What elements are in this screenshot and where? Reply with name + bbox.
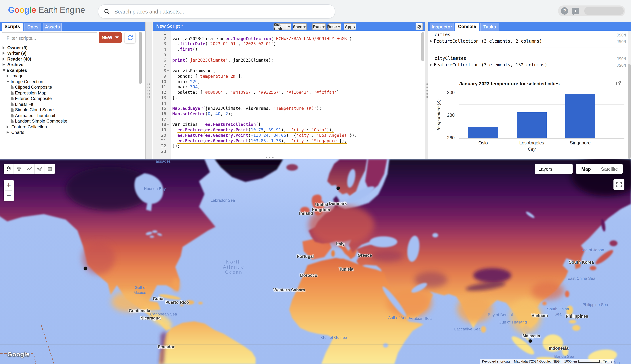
- code-line[interactable]: 9 bands: ['temperature_2m'],: [153, 74, 422, 79]
- code-line[interactable]: 6print('jan2023Climate', jan2023Climate)…: [153, 58, 422, 63]
- settings-button[interactable]: ⚙: [415, 23, 423, 30]
- editor-scrollbar[interactable]: [422, 32, 424, 61]
- tab-docs[interactable]: Docs: [25, 22, 41, 31]
- tree-item[interactable]: Feature Collection: [0, 124, 143, 130]
- code-line[interactable]: 22]);: [153, 144, 422, 149]
- tree-item[interactable]: Owner (9): [0, 45, 143, 50]
- tree-item[interactable]: Linear Fit: [0, 102, 143, 107]
- code-line[interactable]: 5: [153, 52, 422, 58]
- map-marker-singapore[interactable]: [529, 340, 532, 343]
- json-tag[interactable]: JSON: [606, 63, 626, 68]
- caret-right-icon[interactable]: [430, 40, 434, 43]
- tab-console[interactable]: Console: [455, 22, 479, 31]
- pan-hand-tool[interactable]: [4, 164, 14, 174]
- tree-item[interactable]: Reader (40): [0, 56, 143, 62]
- code-line[interactable]: 4 .first();: [153, 47, 422, 52]
- zoom-in-button[interactable]: +: [4, 180, 14, 190]
- code-line[interactable]: 11 max: 304,: [153, 84, 422, 90]
- code-line[interactable]: 10 min: 229,: [153, 79, 422, 84]
- tree-item[interactable]: Expression Map: [0, 90, 143, 96]
- refresh-button[interactable]: [124, 32, 135, 43]
- caret-right-icon[interactable]: [7, 126, 10, 128]
- divider-drag-handle[interactable]: [147, 82, 150, 98]
- code-line[interactable]: 7: [153, 63, 422, 68]
- apps-button[interactable]: Apps: [344, 23, 356, 30]
- caret-right-icon[interactable]: [3, 63, 6, 66]
- map-marker-oslo[interactable]: [336, 186, 340, 190]
- map-marker-los-angeles[interactable]: [84, 267, 87, 270]
- left-panel-scrollbar[interactable]: [139, 32, 142, 84]
- code-line[interactable]: 2var jan2023Climate = ee.ImageCollection…: [153, 36, 422, 41]
- tree-item[interactable]: Image Collection: [0, 79, 143, 84]
- tree-item[interactable]: Clipped Composite: [0, 84, 143, 90]
- tab-scripts[interactable]: Scripts: [2, 22, 23, 31]
- run-button[interactable]: Run: [312, 23, 321, 30]
- json-tag[interactable]: JSON: [606, 56, 626, 61]
- code-line[interactable]: 3 .filterDate('2023-01-01', '2023-02-01'…: [153, 42, 422, 47]
- code-line[interactable]: 15Map.addLayer(jan2023Climate, visParams…: [153, 106, 422, 111]
- help-icon[interactable]: ?: [561, 7, 568, 14]
- account-badge[interactable]: [584, 7, 624, 15]
- tree-item[interactable]: Charts: [0, 130, 143, 135]
- attribution-text[interactable]: 1000 km: [562, 359, 601, 364]
- code-line[interactable]: 23: [153, 149, 422, 154]
- marker-tool[interactable]: [14, 164, 24, 174]
- save-dropdown[interactable]: [302, 23, 307, 30]
- reset-button[interactable]: Reset: [328, 23, 337, 30]
- fullscreen-button[interactable]: [613, 179, 624, 190]
- search-input[interactable]: Search places and datasets...: [98, 4, 335, 18]
- code-line[interactable]: 17: [153, 117, 422, 122]
- tree-item[interactable]: Archive: [0, 62, 143, 68]
- layers-button[interactable]: Layers: [535, 164, 573, 174]
- tree-item[interactable]: Animated Thumbnail: [0, 113, 143, 118]
- reset-dropdown[interactable]: [337, 23, 341, 30]
- tree-item[interactable]: Filtered Composite: [0, 96, 143, 102]
- caret-down-icon[interactable]: [7, 80, 10, 84]
- run-dropdown[interactable]: [321, 23, 326, 30]
- tree-item[interactable]: Landsat Simple Composite: [0, 118, 143, 124]
- caret-right-icon[interactable]: [3, 46, 6, 49]
- tab-tasks[interactable]: Tasks: [480, 22, 499, 31]
- polyline-tool[interactable]: [24, 164, 35, 174]
- zoom-out-button[interactable]: −: [4, 191, 14, 200]
- get-link-button[interactable]: Get Link: [274, 23, 287, 30]
- code-line[interactable]: 16Map.setCenter(0, 40, 2);: [153, 111, 422, 116]
- caret-right-icon[interactable]: [3, 58, 6, 60]
- rectangle-tool[interactable]: [45, 164, 55, 174]
- tree-item[interactable]: Simple Cloud Score: [0, 107, 143, 113]
- chart-popout-icon[interactable]: [616, 80, 621, 86]
- right-scrollbar[interactable]: [628, 64, 631, 159]
- json-tag[interactable]: JSON: [606, 40, 626, 44]
- polygon-tool[interactable]: [35, 164, 45, 174]
- filter-scripts-input[interactable]: Filter scripts...: [2, 32, 97, 44]
- feedback-icon[interactable]: !: [572, 8, 579, 14]
- code-line[interactable]: 14: [153, 100, 422, 106]
- tree-item[interactable]: Examples: [0, 68, 143, 73]
- tab-assets[interactable]: Assets: [43, 22, 62, 31]
- caret-down-icon[interactable]: [3, 69, 6, 73]
- get-link-dropdown[interactable]: [287, 23, 291, 30]
- map-type-satellite[interactable]: Satellite: [596, 164, 622, 174]
- code-line[interactable]: 21 ee.Feature(ee.Geometry.Point(103.83, …: [153, 138, 422, 143]
- code-line[interactable]: 19 ee.Feature(ee.Geometry.Point(10.75, 5…: [153, 127, 422, 132]
- caret-right-icon[interactable]: [3, 52, 6, 55]
- json-tag[interactable]: JSON: [606, 33, 626, 37]
- divider-drag-handle-2[interactable]: [426, 82, 428, 98]
- map-type-map[interactable]: Map: [576, 164, 596, 174]
- tree-item[interactable]: Image: [0, 73, 143, 79]
- code-line[interactable]: 8var visParams = {: [153, 68, 422, 74]
- editor-resize-handle[interactable]: [266, 157, 274, 160]
- code-line[interactable]: 20 ee.Feature(ee.Geometry.Point(-118.24,…: [153, 133, 422, 138]
- tab-inspector[interactable]: Inspector: [430, 22, 454, 31]
- fold-arrow-icon[interactable]: [167, 70, 169, 73]
- save-button[interactable]: Save: [293, 23, 302, 30]
- map-canvas[interactable]: assagesHudson BayLabrador SeaNorthAtlant…: [0, 160, 631, 364]
- code-area[interactable]: 12var jan2023Climate = ee.ImageCollectio…: [153, 31, 422, 160]
- tree-item[interactable]: Writer (9): [0, 50, 143, 56]
- keyboard-shortcuts-link[interactable]: Keyboard shortcuts: [480, 359, 512, 364]
- code-line[interactable]: 12 palette: ['#000004', '#410967', '#932…: [153, 90, 422, 95]
- new-script-button[interactable]: NEW: [99, 32, 122, 43]
- code-line[interactable]: 18var cities = ee.FeatureCollection([: [153, 122, 422, 127]
- console-entry-value[interactable]: FeatureCollection (3 elements, 2 columns…: [434, 39, 542, 44]
- caret-right-icon[interactable]: [430, 64, 434, 66]
